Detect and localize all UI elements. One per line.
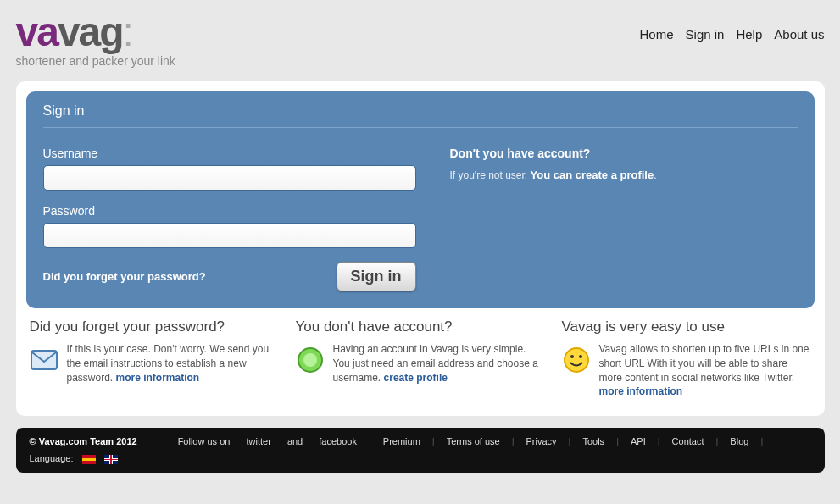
svg-rect-0 [31,351,57,369]
mail-icon [30,346,58,374]
noaccount-title: Don't you have account? [450,147,798,160]
nav-signin[interactable]: Sign in [686,27,725,42]
footer-tools-link[interactable]: Tools [582,436,604,446]
separator: | [716,436,719,446]
separator: | [369,436,371,446]
signin-box: Sign in Username Password Did you forget… [26,91,815,308]
logo[interactable]: vavag: [16,12,175,53]
username-input[interactable] [43,165,416,191]
svg-point-4 [570,355,574,358]
info-easy-title: Vavag is very easy to use [562,318,811,335]
logo-block: vavag: shortener and packer your link [16,12,175,68]
footer-terms-link[interactable]: Terms of use [447,436,500,446]
more-info-easy-link[interactable]: more information [599,385,683,397]
logo-part1: va [16,9,58,54]
noaccount-prefix: If you're not user, [450,169,531,181]
separator: | [512,436,515,446]
forgot-password-link[interactable]: Did you forget your password? [43,270,206,283]
footer-facebook-link[interactable]: facebook [319,436,357,446]
info-forgot-text: If this is your case. Don't worry. We se… [67,342,279,385]
main-card: Sign in Username Password Did you forget… [16,81,825,416]
info-noaccount-text: Having an account in Vavag is very simpl… [333,342,545,385]
nav-home[interactable]: Home [640,27,674,42]
info-col-easy: Vavag is very easy to use Vavag allows t… [562,318,811,399]
lang-en-link[interactable] [103,453,118,464]
tagline: shortener and packer your link [16,54,175,68]
create-profile-link-top[interactable]: You can create a profile [531,169,654,181]
svg-point-5 [579,355,582,358]
create-profile-link[interactable]: create profile [384,372,448,384]
separator: | [569,436,571,446]
info-forgot-title: Did you forget your password? [30,318,279,335]
more-info-forgot-link[interactable]: more information [116,372,200,384]
noaccount-text: If you're not user, You can create a pro… [450,169,798,181]
smiley-icon [562,346,591,374]
main-nav: Home Sign in Help About us [640,12,825,42]
info-col-forgot: Did you forget your password? If this is… [30,318,279,399]
separator: | [616,436,619,446]
separator: | [760,436,763,446]
footer-contact-link[interactable]: Contact [672,436,704,446]
separator: | [658,436,660,446]
footer-privacy-link[interactable]: Privacy [526,436,557,446]
nav-help[interactable]: Help [736,27,762,42]
footer: © Vavag.com Team 2012 Follow us on twitt… [16,428,825,473]
username-label: Username [43,147,416,160]
logo-part2: vag [58,9,123,54]
footer-api-link[interactable]: API [631,436,646,446]
footer-twitter-link[interactable]: twitter [246,436,270,446]
lang-es-link[interactable] [81,453,96,464]
signin-button[interactable]: Sign in [337,262,416,291]
info-col-noaccount: You don't have account? Having an accoun… [296,318,545,399]
logo-colon: : [123,9,132,54]
separator: | [432,436,435,446]
circle-icon [296,346,325,374]
flag-es-icon [82,455,96,464]
password-label: Password [43,204,416,218]
footer-language-label: Language: [30,453,74,463]
svg-point-2 [303,353,317,367]
flag-en-icon [104,455,118,464]
info-easy-text: Vavag allows to shorten up to five URLs … [599,342,811,399]
info-noaccount-title: You don't have account? [296,318,545,335]
svg-point-3 [565,348,588,372]
footer-blog-link[interactable]: Blog [730,436,748,446]
footer-and: and [287,436,303,446]
noaccount-suffix: . [654,169,656,181]
nav-about[interactable]: About us [774,27,824,42]
info-row: Did you forget your password? If this is… [26,318,815,406]
footer-copy: © Vavag.com Team 2012 [30,436,137,446]
signin-title: Sign in [43,103,798,128]
footer-premium-link[interactable]: Premium [383,436,420,446]
password-input[interactable] [43,223,416,248]
footer-follow: Follow us on [178,436,231,446]
